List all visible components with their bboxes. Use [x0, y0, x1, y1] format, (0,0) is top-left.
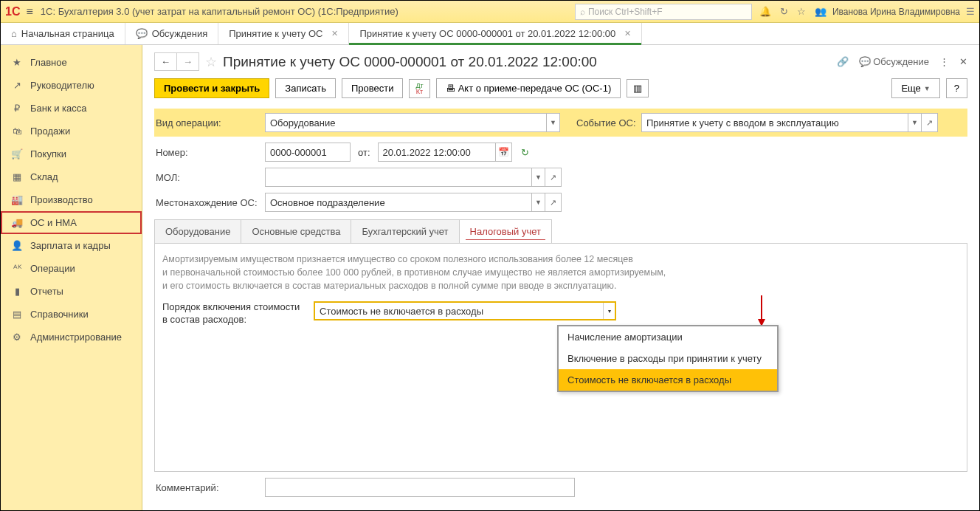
sidebar-item-os-nma[interactable]: 🚚ОС и НМА: [1, 211, 142, 234]
doc-title: Принятие к учету ОС 0000-000001 от 20.01…: [223, 54, 831, 70]
top-icons: 🔔 ↻ ☆ 👥: [759, 6, 827, 17]
post-button[interactable]: Провести: [342, 78, 404, 98]
chart-icon: ↗: [11, 80, 23, 91]
history-icon[interactable]: ↻: [780, 6, 788, 17]
bell-icon[interactable]: 🔔: [759, 6, 771, 17]
chevron-down-icon[interactable]: ▼: [546, 114, 559, 131]
content: ← → ☆ Принятие к учету ОС 0000-000001 от…: [142, 45, 979, 510]
operation-select[interactable]: Оборудование ▼: [265, 113, 560, 132]
sidebar-item-operations[interactable]: ᴬᴷОперации: [1, 257, 142, 280]
more-icon[interactable]: ⋮: [939, 56, 949, 67]
dtab-tax[interactable]: Налоговый учет: [459, 219, 552, 243]
sidebar-item-reports[interactable]: ▮Отчеты: [1, 280, 142, 303]
row-operation-type: Вид операции: Оборудование ▼ Событие ОС:…: [154, 109, 967, 137]
sidebar-item-admin[interactable]: ⚙Администрирование: [1, 326, 142, 349]
gear-icon: ⚙: [11, 332, 23, 343]
grid-icon: ▦: [11, 171, 23, 182]
search-placeholder: Поиск Ctrl+Shift+F: [588, 7, 663, 17]
operation-label: Вид операции:: [154, 117, 265, 128]
location-select[interactable]: Основное подразделение ▼: [265, 193, 545, 212]
star-icon[interactable]: ☆: [797, 6, 806, 17]
date-input[interactable]: 20.01.2022 12:00:00: [378, 143, 496, 162]
hamburger-icon[interactable]: ≡: [26, 5, 32, 18]
dtab-fixed-assets[interactable]: Основные средства: [241, 219, 351, 243]
open-external-button[interactable]: ↗: [545, 168, 562, 187]
location-label: Местонахождение ОС:: [154, 197, 265, 208]
sidebar-item-production[interactable]: 🏭Производство: [1, 188, 142, 211]
search-icon: ⌕: [580, 7, 585, 17]
printer-icon: 🖶: [446, 83, 455, 94]
detail-pane: Амортизируемым имуществом признается иму…: [154, 243, 967, 472]
tab-strip: ⌂ Начальная страница 💬 Обсуждения Принят…: [1, 23, 979, 45]
back-button[interactable]: ←: [155, 53, 177, 70]
menu-lines-icon[interactable]: ☰: [966, 6, 975, 17]
comment-input[interactable]: [265, 478, 575, 497]
number-label: Номер:: [154, 147, 265, 158]
list-icon: ▤: [11, 309, 23, 320]
dropdown-option-include-on-accept[interactable]: Включение в расходы при принятии к учету: [559, 348, 777, 369]
sidebar-item-main[interactable]: ★Главное: [1, 51, 142, 74]
link-icon[interactable]: 🔗: [837, 56, 849, 67]
calendar-icon[interactable]: 📅: [496, 143, 512, 162]
sidebar-item-warehouse[interactable]: ▦Склад: [1, 165, 142, 188]
favorite-star-icon[interactable]: ☆: [205, 54, 217, 70]
tab-discussions[interactable]: 💬 Обсуждения: [125, 23, 219, 44]
number-input[interactable]: 0000-000001: [265, 143, 351, 162]
cost-order-select[interactable]: Стоимость не включается в расходы ▾: [314, 301, 616, 320]
dropdown-option-amortization[interactable]: Начисление амортизации: [559, 326, 777, 348]
users-icon[interactable]: 👥: [815, 6, 827, 17]
sidebar: ★Главное ↗Руководителю ₽Банк и касса 🛍Пр…: [1, 45, 142, 510]
save-button[interactable]: Записать: [275, 78, 336, 98]
tab-accept-os-list[interactable]: Принятие к учету ОС ✕: [218, 23, 349, 44]
main: ★Главное ↗Руководителю ₽Банк и касса 🛍Пр…: [1, 45, 979, 510]
related-docs-button[interactable]: ▥: [627, 79, 649, 97]
more-button[interactable]: Еще ▼: [891, 78, 939, 98]
truck-icon: 🚚: [11, 217, 23, 228]
sidebar-item-manager[interactable]: ↗Руководителю: [1, 74, 142, 97]
refresh-icon[interactable]: ↻: [521, 147, 529, 158]
discuss-icon[interactable]: 💬 Обсуждение: [859, 56, 929, 67]
tab-accept-os-doc[interactable]: Принятие к учету ОС 0000-000001 от 20.01…: [349, 23, 642, 44]
username[interactable]: Иванова Ирина Владимировна: [832, 7, 960, 17]
chevron-down-icon[interactable]: ▼: [531, 193, 545, 211]
row-comment: Комментарий:: [154, 478, 967, 497]
help-button[interactable]: ?: [946, 78, 967, 98]
chevron-down-icon[interactable]: ▾: [603, 303, 615, 319]
sidebar-item-sales[interactable]: 🛍Продажи: [1, 120, 142, 143]
dtab-accounting[interactable]: Бухгалтерский учет: [351, 219, 459, 243]
chat-icon: 💬: [136, 28, 148, 39]
tab-home[interactable]: ⌂ Начальная страница: [1, 23, 125, 44]
bars-icon: ▮: [11, 286, 23, 297]
close-icon[interactable]: ✕: [331, 29, 338, 38]
close-icon[interactable]: ✕: [624, 29, 631, 38]
tab-home-label: Начальная страница: [21, 28, 114, 39]
sidebar-item-purchase[interactable]: 🛒Покупки: [1, 143, 142, 165]
sidebar-item-bank[interactable]: ₽Банк и касса: [1, 97, 142, 120]
dtkt-icon: ᴬᴷ: [11, 263, 23, 274]
open-external-button[interactable]: ↗: [545, 193, 562, 212]
search-input[interactable]: ⌕ Поиск Ctrl+Shift+F: [575, 4, 752, 20]
tab-discussions-label: Обсуждения: [152, 28, 208, 39]
chevron-down-icon[interactable]: ▼: [908, 114, 921, 131]
close-icon[interactable]: ✕: [959, 56, 967, 67]
forward-button[interactable]: →: [177, 53, 199, 70]
dtab-equipment[interactable]: Оборудование: [154, 219, 241, 243]
home-icon: ⌂: [11, 28, 17, 39]
from-label: от:: [351, 147, 378, 158]
cost-order-label: Порядок включения стоимости в состав рас…: [162, 301, 314, 326]
mol-select[interactable]: ▼: [265, 168, 545, 187]
dropdown-option-not-included[interactable]: Стоимость не включается в расходы: [559, 369, 777, 391]
chevron-down-icon: ▼: [924, 85, 931, 92]
dtkt-button[interactable]: ДтКт: [409, 79, 429, 98]
open-external-button[interactable]: ↗: [922, 113, 938, 132]
sidebar-item-payroll[interactable]: 👤Зарплата и кадры: [1, 234, 142, 257]
cost-order-dropdown: Начисление амортизации Включение в расхо…: [557, 325, 779, 392]
person-icon: 👤: [11, 240, 23, 251]
print-act-button[interactable]: 🖶 Акт о приеме-передаче ОС (ОС-1): [436, 78, 621, 98]
sidebar-item-catalogs[interactable]: ▤Справочники: [1, 303, 142, 326]
star-icon: ★: [11, 57, 23, 68]
post-and-close-button[interactable]: Провести и закрыть: [154, 78, 269, 98]
event-select[interactable]: Принятие к учету с вводом в эксплуатацию…: [641, 113, 922, 132]
chevron-down-icon[interactable]: ▼: [531, 168, 545, 186]
factory-icon: 🏭: [11, 194, 23, 205]
